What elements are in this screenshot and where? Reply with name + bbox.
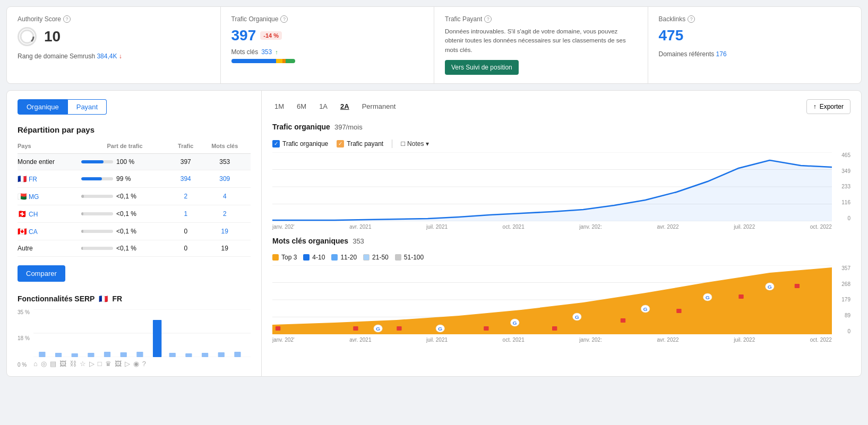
cell-motscles-0: 353 <box>203 153 251 170</box>
x-oct2022: oct. 2022 <box>810 224 832 230</box>
serp-icon-doc: ▤ <box>50 360 56 368</box>
cell-trafic-2[interactable]: 2 <box>173 187 203 205</box>
serp-title: Fonctionnalités SERP 🇫🇷 FR <box>18 294 251 303</box>
mots-cles-label: Mots clés <box>231 48 259 56</box>
cell-motscles-1[interactable]: 309 <box>203 170 251 187</box>
backlinks-number: 475 <box>659 27 684 44</box>
trafic-organique-info-icon[interactable]: ? <box>280 15 288 23</box>
serp-section: Fonctionnalités SERP 🇫🇷 FR 35 % 18 % 0 % <box>18 294 251 368</box>
y-349: 349 <box>835 168 850 174</box>
cell-trafic-4[interactable]: 0 <box>173 222 203 240</box>
cell-part-3: <0,1 % <box>81 205 173 222</box>
top-metrics-bar: Authority Score ? 10 Rang de domaine Sem… <box>6 6 862 84</box>
authority-info-icon[interactable]: ? <box>63 15 71 23</box>
time-2a[interactable]: 2A <box>338 101 351 111</box>
suivi-position-button[interactable]: Vers Suivi de position <box>445 60 519 75</box>
kw-x-juil2021: juil. 2021 <box>426 337 448 343</box>
svg-rect-9 <box>104 352 110 357</box>
cell-trafic-1[interactable]: 394 <box>173 170 203 187</box>
legend-payant: ✓ Trafic payant <box>337 140 383 148</box>
svg-rect-7 <box>72 353 78 357</box>
legend-11-20: 11-20 <box>331 254 357 261</box>
tab-organique[interactable]: Organique <box>18 99 68 115</box>
serp-icon-image: 🖼 <box>59 360 66 368</box>
domaines-referents-value[interactable]: 176 <box>716 50 727 58</box>
trafic-payant-info-icon[interactable]: ? <box>484 15 492 23</box>
trafic-payant-card: Trafic Payant ? Données introuvables. S'… <box>434 7 648 83</box>
cell-country-3: 🇨🇭CH <box>18 205 81 222</box>
table-row: 🇨🇦CA <0,1 % 0 19 <box>18 222 251 240</box>
serp-y-18: 18 % <box>18 335 32 341</box>
domaines-referents-label: Domaines référents <box>659 50 715 58</box>
compare-button[interactable]: Comparer <box>18 265 65 282</box>
time-6m[interactable]: 6M <box>295 101 308 111</box>
legend-51-100-check <box>395 254 401 261</box>
legend-separator <box>392 140 392 148</box>
export-label: Exporter <box>820 103 844 110</box>
svg-rect-14 <box>185 353 192 357</box>
legend-organique-label: Trafic organique <box>282 140 328 148</box>
table-row: Autre <0,1 % 0 19 <box>18 240 251 256</box>
svg-marker-33 <box>272 267 832 334</box>
export-icon: ↑ <box>813 103 817 110</box>
kw-y-0: 0 <box>835 328 850 334</box>
x-avr2021: avr. 2021 <box>349 224 371 230</box>
svg-rect-34 <box>276 326 280 331</box>
mots-cles-row: Mots clés 353 ↑ <box>231 48 424 56</box>
tab-payant[interactable]: Payant <box>68 99 107 115</box>
cell-motscles-4[interactable]: 19 <box>203 222 251 240</box>
semrush-rank-value[interactable]: 384,4K <box>97 53 117 60</box>
svg-text:G: G <box>768 284 772 289</box>
trafic-chart-value: 397/mois <box>334 123 363 131</box>
repartition-title: Répartition par pays <box>18 125 251 134</box>
trafic-organique-badge: -14 % <box>260 31 282 40</box>
table-row: Monde entier 100 % 397 353 <box>18 153 251 170</box>
export-button[interactable]: ↑ Exporter <box>806 99 850 114</box>
serp-y-0: 0 % <box>18 362 32 368</box>
time-permanent[interactable]: Permanent <box>360 101 398 111</box>
kw-x-juil2022: juil. 2022 <box>734 337 755 343</box>
x-jan2020: janv. 202' <box>272 224 295 230</box>
authority-score-value: 10 <box>44 28 61 45</box>
trafic-chart-area: 465 349 233 116 0 <box>272 152 850 235</box>
svg-rect-10 <box>121 352 127 357</box>
serp-chart: 35 % 18 % 0 % <box>18 309 251 368</box>
cell-trafic-3[interactable]: 1 <box>173 205 203 222</box>
trafic-organique-section: Trafic organique 397/mois ✓ Trafic organ… <box>272 123 850 235</box>
svg-text:G: G <box>376 326 381 331</box>
notes-button[interactable]: □ Notes ▾ <box>401 140 429 148</box>
time-1a[interactable]: 1A <box>317 101 330 111</box>
cell-country-4: 🇨🇦CA <box>18 222 81 240</box>
cell-part-4: <0,1 % <box>81 222 173 240</box>
svg-rect-8 <box>88 353 94 357</box>
kw-x-avr2022: avr. 2022 <box>657 337 678 343</box>
legend-21-50: 21-50 <box>363 254 389 261</box>
serp-icon-play: ▷ <box>89 360 94 368</box>
svg-rect-41 <box>738 294 743 299</box>
cell-country-2: 🇲🇬MG <box>18 187 81 205</box>
legend-payant-label: Trafic payant <box>347 140 383 148</box>
svg-rect-37 <box>484 326 488 331</box>
serp-icon-location: ◎ <box>41 360 47 368</box>
svg-rect-16 <box>218 352 225 357</box>
cell-motscles-2[interactable]: 4 <box>203 187 251 205</box>
x-juil2021: juil. 2021 <box>426 224 448 230</box>
backlinks-footer: Domaines référents 176 <box>659 50 851 58</box>
table-header-row: Pays Part de trafic Trafic Mots clés <box>18 141 251 154</box>
mots-cles-value[interactable]: 353 <box>261 48 272 56</box>
serp-bars-svg <box>33 309 251 357</box>
legend-21-50-label: 21-50 <box>372 254 389 261</box>
legend-top3-check <box>272 254 279 261</box>
cell-motscles-3[interactable]: 2 <box>203 205 251 222</box>
x-juil2022: juil. 2022 <box>734 224 755 230</box>
notes-chevron-icon: ▾ <box>426 140 429 148</box>
authority-score-label: Authority Score <box>18 15 61 23</box>
serp-icon-crown: ♛ <box>105 360 111 368</box>
kw-y-179: 179 <box>835 297 850 302</box>
col-pays: Pays <box>18 141 81 154</box>
kw-x-avr2021: avr. 2021 <box>349 337 371 343</box>
authority-score-footer: Rang de domaine Semrush 384,4K ↓ <box>18 53 210 60</box>
right-panel: 1M 6M 1A 2A Permanent ↑ Exporter Trafic … <box>262 91 861 376</box>
backlinks-info-icon[interactable]: ? <box>687 15 695 23</box>
time-1m[interactable]: 1M <box>272 101 286 111</box>
